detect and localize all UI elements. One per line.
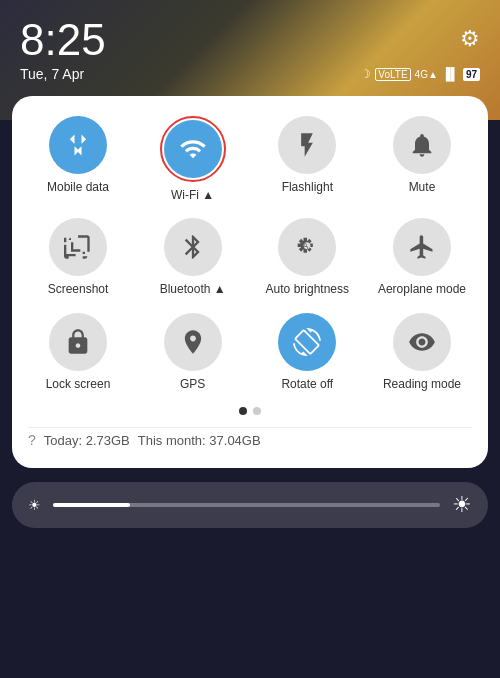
screenshot-icon bbox=[49, 218, 107, 276]
aeroplane-icon bbox=[393, 218, 451, 276]
quick-settings-panel: Mobile data Wi-Fi ▲ Flashlight bbox=[12, 96, 488, 468]
brightness-high-icon: ☀ bbox=[452, 492, 472, 518]
status-bar-bottom: Tue, 7 Apr ☽ VoLTE 4G▲ ▐▌ 97 bbox=[0, 66, 500, 90]
flashlight-label: Flashlight bbox=[282, 180, 333, 194]
gps-icon bbox=[164, 313, 222, 371]
wifi-highlight-border bbox=[160, 116, 226, 182]
status-icons-group: ☽ VoLTE 4G▲ ▐▌ 97 bbox=[360, 67, 480, 81]
tile-row-1: Mobile data Wi-Fi ▲ Flashlight bbox=[28, 116, 472, 202]
wifi-icon bbox=[164, 120, 222, 178]
data-usage-icon: ? bbox=[28, 432, 36, 448]
tile-aeroplane[interactable]: Aeroplane mode bbox=[372, 218, 472, 296]
reading-mode-label: Reading mode bbox=[383, 377, 461, 391]
reading-mode-icon bbox=[393, 313, 451, 371]
brightness-track[interactable] bbox=[53, 503, 440, 507]
battery-icon: 97 bbox=[463, 68, 480, 81]
data-usage-row: ? Today: 2.73GB This month: 37.04GB bbox=[28, 427, 472, 452]
clock-time: 8:25 bbox=[20, 18, 106, 62]
bluetooth-icon bbox=[164, 218, 222, 276]
aeroplane-label: Aeroplane mode bbox=[378, 282, 466, 296]
mobile-data-icon bbox=[49, 116, 107, 174]
mobile-data-label: Mobile data bbox=[47, 180, 109, 194]
tile-lock-screen[interactable]: Lock screen bbox=[28, 313, 128, 391]
lock-screen-label: Lock screen bbox=[46, 377, 111, 391]
tile-auto-brightness[interactable]: A Auto brightness bbox=[257, 218, 357, 296]
tile-flashlight[interactable]: Flashlight bbox=[257, 116, 357, 202]
tile-rotate-off[interactable]: Rotate off bbox=[257, 313, 357, 391]
dot-1 bbox=[239, 407, 247, 415]
tile-row-3: Lock screen GPS Rotate off bbox=[28, 313, 472, 391]
flashlight-icon bbox=[278, 116, 336, 174]
signal-icon: 4G▲ bbox=[415, 69, 438, 80]
gps-label: GPS bbox=[180, 377, 205, 391]
bluetooth-label: Bluetooth ▲ bbox=[160, 282, 226, 296]
auto-brightness-label: Auto brightness bbox=[266, 282, 349, 296]
date-display: Tue, 7 Apr bbox=[20, 66, 84, 82]
brightness-control[interactable]: ☀ ☀ bbox=[12, 482, 488, 528]
tile-gps[interactable]: GPS bbox=[143, 313, 243, 391]
tile-row-2: Screenshot Bluetooth ▲ A Auto brightness bbox=[28, 218, 472, 296]
tile-screenshot[interactable]: Screenshot bbox=[28, 218, 128, 296]
rotate-off-icon bbox=[278, 313, 336, 371]
volte-icon: VoLTE bbox=[375, 68, 410, 81]
mute-label: Mute bbox=[409, 180, 436, 194]
settings-icon[interactable]: ⚙ bbox=[460, 26, 480, 52]
lock-screen-icon bbox=[49, 313, 107, 371]
today-usage: Today: 2.73GB bbox=[44, 433, 130, 448]
tile-mobile-data[interactable]: Mobile data bbox=[28, 116, 128, 202]
svg-text:A: A bbox=[303, 242, 310, 252]
wifi-label: Wi-Fi ▲ bbox=[171, 188, 214, 202]
moon-icon: ☽ bbox=[360, 67, 371, 81]
brightness-low-icon: ☀ bbox=[28, 497, 41, 513]
screenshot-label: Screenshot bbox=[48, 282, 109, 296]
page-dots bbox=[28, 407, 472, 415]
status-bar: 8:25 ⚙ bbox=[0, 0, 500, 66]
tile-reading-mode[interactable]: Reading mode bbox=[372, 313, 472, 391]
rotate-off-label: Rotate off bbox=[281, 377, 333, 391]
month-usage: This month: 37.04GB bbox=[138, 433, 261, 448]
tile-mute[interactable]: Mute bbox=[372, 116, 472, 202]
auto-brightness-icon: A bbox=[278, 218, 336, 276]
tile-wifi[interactable]: Wi-Fi ▲ bbox=[143, 116, 243, 202]
dot-2 bbox=[253, 407, 261, 415]
brightness-fill bbox=[53, 503, 130, 507]
tile-bluetooth[interactable]: Bluetooth ▲ bbox=[143, 218, 243, 296]
mute-icon bbox=[393, 116, 451, 174]
wifi-status-icon: ▐▌ bbox=[442, 67, 459, 81]
